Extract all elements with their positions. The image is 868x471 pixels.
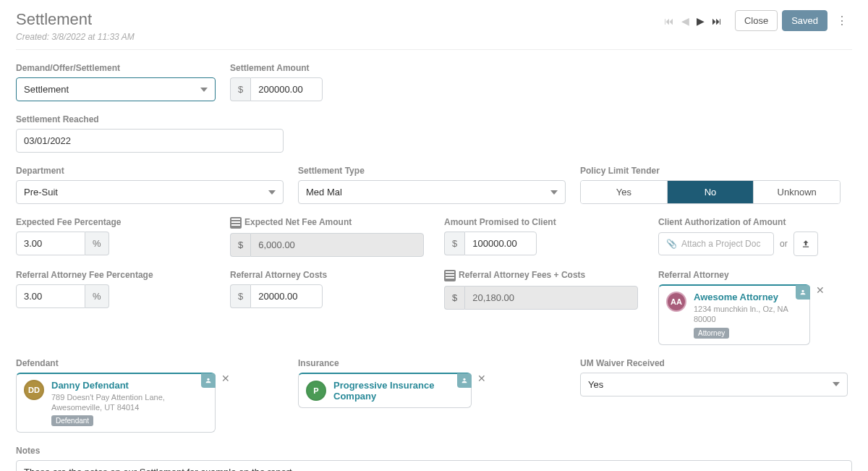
settlement-type-select[interactable]: Med Mal <box>298 180 566 204</box>
defendant-chip[interactable]: DD Danny Defendant 789 Doesn't Pay Atten… <box>16 373 216 433</box>
dollar-prefix: $ <box>230 233 250 257</box>
ref-atty-fee-pct-label: Referral Attorney Fee Percentage <box>16 270 216 280</box>
pct-suffix: % <box>85 232 109 255</box>
remove-chip-icon[interactable]: ✕ <box>477 373 486 384</box>
paperclip-icon: 📎 <box>666 239 677 249</box>
remove-chip-icon[interactable]: ✕ <box>221 373 230 384</box>
pct-suffix: % <box>85 284 109 308</box>
page-header: Settlement Created: 3/8/2022 at 11:33 AM… <box>16 10 852 50</box>
demand-select[interactable]: Settlement <box>16 77 216 101</box>
record-nav: ⏮ ◀ ▶ ⏭ <box>664 15 722 27</box>
dollar-prefix: $ <box>444 232 464 255</box>
um-waiver-label: UM Waiver Received <box>580 358 848 368</box>
expected-net-fee-input <box>250 233 424 257</box>
policy-no[interactable]: No <box>668 181 754 203</box>
dollar-prefix: $ <box>230 284 250 308</box>
next-record-icon[interactable]: ▶ <box>697 15 705 27</box>
or-text: or <box>780 239 788 249</box>
amount-promised-label: Amount Promised to Client <box>444 217 644 227</box>
remove-chip-icon[interactable]: ✕ <box>816 284 825 296</box>
chip-name: Progressive Insurance Company <box>333 380 464 402</box>
more-menu-icon[interactable]: ⋮ <box>832 11 852 30</box>
notes-label: Notes <box>16 446 852 456</box>
close-button[interactable]: Close <box>735 10 778 31</box>
settlement-amount-input[interactable] <box>250 77 323 101</box>
chip-corner-icon <box>796 285 810 300</box>
expected-fee-pct-label: Expected Fee Percentage <box>16 217 216 227</box>
department-label: Department <box>16 166 284 176</box>
settlement-type-label: Settlement Type <box>298 166 566 176</box>
chip-corner-icon <box>457 373 472 388</box>
notes-textarea[interactable] <box>16 460 852 471</box>
chip-name: Danny Defendant <box>51 380 208 391</box>
first-record-icon[interactable]: ⏮ <box>664 15 674 27</box>
last-record-icon[interactable]: ⏭ <box>712 15 722 27</box>
settlement-reached-input[interactable] <box>16 129 284 153</box>
ref-atty-label: Referral Attorney <box>658 270 825 280</box>
chip-tag: Defendant <box>51 415 93 426</box>
department-select[interactable]: Pre-Suit <box>16 180 284 204</box>
avatar: DD <box>24 380 44 400</box>
defendant-label: Defendant <box>16 358 284 368</box>
insurance-chip[interactable]: P Progressive Insurance Company <box>298 373 472 408</box>
dollar-prefix: $ <box>230 77 250 101</box>
ref-atty-costs-label: Referral Attorney Costs <box>230 270 430 280</box>
ref-atty-fee-pct-input[interactable] <box>16 284 85 308</box>
dollar-prefix: $ <box>444 286 464 310</box>
policy-yes[interactable]: Yes <box>581 181 668 203</box>
amount-promised-input[interactable] <box>464 232 537 255</box>
settlement-reached-label: Settlement Reached <box>16 114 284 124</box>
policy-unknown[interactable]: Unknown <box>754 181 840 203</box>
demand-label: Demand/Offer/Settlement <box>16 63 216 73</box>
avatar: P <box>306 381 326 401</box>
expected-net-fee-label: Expected Net Fee Amount <box>230 217 430 229</box>
client-auth-label: Client Authorization of Amount <box>658 217 818 227</box>
calculator-icon <box>230 217 242 229</box>
chip-address: 1234 munchkin ln., Oz, NA 80000 <box>694 304 802 325</box>
policy-limit-segmented: Yes No Unknown <box>580 180 841 204</box>
attach-doc-input[interactable]: 📎 Attach a Project Doc <box>658 232 774 255</box>
upload-button[interactable] <box>793 232 818 256</box>
avatar: AA <box>666 292 686 312</box>
expected-fee-pct-input[interactable] <box>16 232 85 255</box>
upload-icon <box>801 239 811 249</box>
ref-atty-fees-costs-label: Referral Attorney Fees + Costs <box>444 270 644 281</box>
chip-address: 789 Doesn't Pay Attention Lane, Awesomev… <box>51 392 208 413</box>
chip-corner-icon <box>201 373 216 388</box>
ref-atty-fees-costs-input <box>464 286 638 310</box>
chip-tag: Attorney <box>694 328 729 339</box>
settlement-amount-label: Settlement Amount <box>230 63 323 73</box>
created-timestamp: Created: 3/8/2022 at 11:33 AM <box>16 32 135 42</box>
um-waiver-select[interactable]: Yes <box>580 373 848 396</box>
saved-button[interactable]: Saved <box>782 10 827 31</box>
referral-attorney-chip[interactable]: AA Awesome Attorney 1234 munchkin ln., O… <box>658 284 810 345</box>
calculator-icon <box>444 270 456 281</box>
ref-atty-costs-input[interactable] <box>250 284 323 308</box>
page-title: Settlement <box>16 10 135 29</box>
prev-record-icon[interactable]: ◀ <box>681 15 689 27</box>
policy-limit-label: Policy Limit Tender <box>580 166 841 176</box>
insurance-label: Insurance <box>298 358 566 368</box>
chip-name: Awesome Attorney <box>694 292 802 302</box>
